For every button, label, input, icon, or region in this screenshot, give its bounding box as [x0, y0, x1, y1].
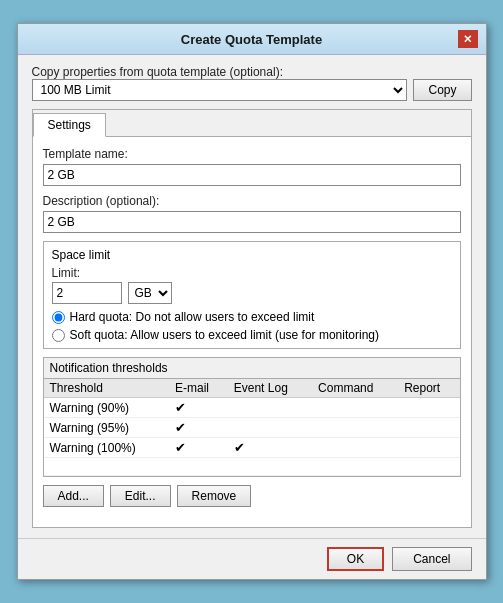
tab-content: Template name: Description (optional): S… [33, 137, 471, 527]
copy-label: Copy properties from quota template (opt… [32, 65, 472, 79]
report-cell [398, 418, 459, 438]
hard-quota-label: Hard quota: Do not allow users to exceed… [70, 310, 315, 324]
hard-quota-radio[interactable] [52, 311, 65, 324]
col-eventlog: Event Log [228, 379, 312, 398]
space-limit-section: Space limit Limit: GB MB TB Hard q [43, 241, 461, 349]
add-button[interactable]: Add... [43, 485, 104, 507]
eventlog-cell [228, 418, 312, 438]
col-email: E-mail [169, 379, 228, 398]
soft-quota-radio[interactable] [52, 329, 65, 342]
eventlog-cell [228, 398, 312, 418]
email-cell: ✔ [169, 418, 228, 438]
report-cell [398, 438, 459, 458]
limit-input[interactable] [52, 282, 122, 304]
eventlog-cell: ✔ [228, 438, 312, 458]
table-row[interactable]: Warning (100%) ✔ ✔ [44, 438, 460, 458]
close-button[interactable]: ✕ [458, 30, 478, 48]
command-cell [312, 438, 398, 458]
col-command: Command [312, 379, 398, 398]
dialog-footer: OK Cancel [18, 538, 486, 579]
title-bar: Create Quota Template ✕ [18, 24, 486, 55]
table-row[interactable]: Warning (95%) ✔ [44, 418, 460, 438]
soft-quota-radio-label[interactable]: Soft quota: Allow users to exceed limit … [52, 328, 452, 342]
command-cell [312, 418, 398, 438]
command-cell [312, 398, 398, 418]
copy-row: 100 MB Limit Copy [32, 79, 472, 101]
tab-bar: Settings [33, 110, 471, 137]
tab-settings[interactable]: Settings [33, 113, 106, 137]
limit-unit-select[interactable]: GB MB TB [128, 282, 172, 304]
hard-quota-radio-label[interactable]: Hard quota: Do not allow users to exceed… [52, 310, 452, 324]
email-check-icon: ✔ [175, 400, 186, 415]
copy-template-select[interactable]: 100 MB Limit [32, 79, 408, 101]
description-input[interactable] [43, 211, 461, 233]
eventlog-check-icon: ✔ [234, 440, 245, 455]
email-cell: ✔ [169, 438, 228, 458]
threshold-cell: Warning (95%) [44, 418, 170, 438]
template-name-input[interactable] [43, 164, 461, 186]
ok-button[interactable]: OK [327, 547, 384, 571]
email-cell: ✔ [169, 398, 228, 418]
cancel-button[interactable]: Cancel [392, 547, 471, 571]
email-check-icon: ✔ [175, 440, 186, 455]
notification-title: Notification thresholds [44, 358, 460, 379]
col-threshold: Threshold [44, 379, 170, 398]
table-row[interactable]: Warning (90%) ✔ [44, 398, 460, 418]
email-check-icon: ✔ [175, 420, 186, 435]
threshold-cell: Warning (90%) [44, 398, 170, 418]
space-limit-title: Space limit [52, 248, 452, 262]
notification-table: Threshold E-mail Event Log Command Repor… [44, 379, 460, 476]
description-label: Description (optional): [43, 194, 461, 208]
dialog-body: Copy properties from quota template (opt… [18, 55, 486, 538]
remove-button[interactable]: Remove [177, 485, 252, 507]
soft-quota-label: Soft quota: Allow users to exceed limit … [70, 328, 379, 342]
dialog-title: Create Quota Template [46, 32, 458, 47]
limit-label: Limit: [52, 266, 452, 280]
create-quota-template-dialog: Create Quota Template ✕ Copy properties … [17, 23, 487, 580]
quota-type-radio-group: Hard quota: Do not allow users to exceed… [52, 310, 452, 342]
threshold-action-buttons: Add... Edit... Remove [43, 485, 461, 507]
threshold-cell: Warning (100%) [44, 438, 170, 458]
tab-container: Settings Template name: Description (opt… [32, 109, 472, 528]
copy-template-select-wrapper: 100 MB Limit [32, 79, 408, 101]
col-report: Report [398, 379, 459, 398]
notification-section: Notification thresholds Threshold E-mail… [43, 357, 461, 477]
template-name-label: Template name: [43, 147, 461, 161]
copy-button[interactable]: Copy [413, 79, 471, 101]
empty-row [44, 458, 460, 476]
edit-button[interactable]: Edit... [110, 485, 171, 507]
report-cell [398, 398, 459, 418]
limit-row: GB MB TB [52, 282, 452, 304]
